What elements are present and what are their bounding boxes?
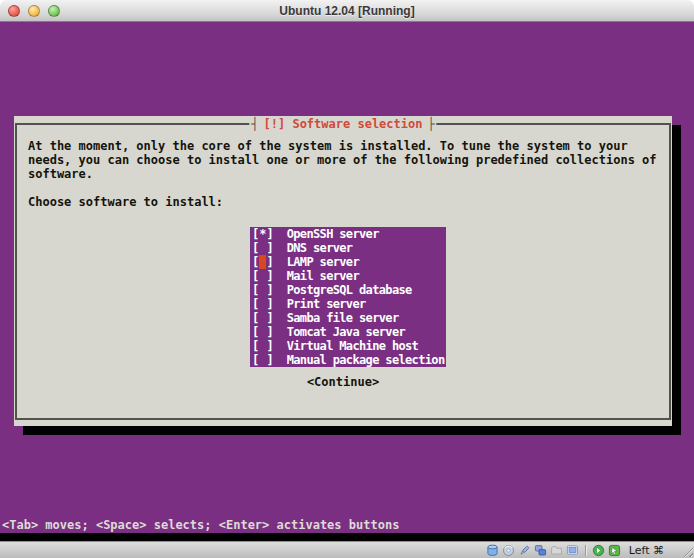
checkbox-cursor bbox=[259, 255, 266, 269]
software-item-openssh-server[interactable]: [*]OpenSSH server bbox=[252, 227, 446, 241]
software-selection-dialog: ┤[!] Software selection├ At the moment, … bbox=[14, 116, 672, 426]
software-item-postgresql-database[interactable]: [ ]PostgreSQL database bbox=[252, 283, 446, 297]
vbox-status-bar: Left ⌘ bbox=[0, 541, 694, 558]
window-titlebar[interactable]: Ubuntu 12.04 [Running] bbox=[0, 0, 694, 22]
status-separator bbox=[585, 545, 586, 556]
virtualization-icon[interactable] bbox=[592, 544, 605, 557]
dialog-title-text: [!] Software selection bbox=[259, 117, 428, 131]
software-item-label: OpenSSH server bbox=[287, 227, 379, 241]
software-checklist[interactable]: [*]OpenSSH server[ ]DNS server[ ]LAMP se… bbox=[250, 227, 446, 367]
software-item-tomcat-java-server[interactable]: [ ]Tomcat Java server bbox=[252, 325, 446, 339]
hard-disk-icon[interactable] bbox=[486, 544, 499, 557]
shared-folders-icon[interactable] bbox=[550, 544, 563, 557]
checkbox-mark bbox=[259, 241, 266, 255]
display-icon[interactable] bbox=[566, 544, 579, 557]
letterbox-strip bbox=[0, 533, 694, 541]
dialog-description: At the moment, only the core of the syst… bbox=[28, 139, 657, 181]
software-item-print-server[interactable]: [ ]Print server bbox=[252, 297, 446, 311]
usb-icon[interactable] bbox=[518, 544, 531, 557]
software-item-lamp-server[interactable]: [ ]LAMP server bbox=[252, 255, 446, 269]
software-item-label: Tomcat Java server bbox=[287, 325, 405, 339]
software-item-virtual-machine-host[interactable]: [ ]Virtual Machine host bbox=[252, 339, 446, 353]
checkbox-mark bbox=[259, 325, 266, 339]
checkbox-mark bbox=[259, 283, 266, 297]
checkbox-mark bbox=[259, 297, 266, 311]
dialog-title: ┤[!] Software selection├ bbox=[249, 117, 436, 131]
software-item-mail-server[interactable]: [ ]Mail server bbox=[252, 269, 446, 283]
network-icon[interactable] bbox=[534, 544, 547, 557]
resize-grip[interactable] bbox=[681, 545, 693, 557]
virtualbox-window: Ubuntu 12.04 [Running] ┤[!] Software sel… bbox=[0, 0, 694, 558]
software-item-label: Samba file server bbox=[287, 311, 399, 325]
help-line: <Tab> moves; <Space> selects; <Enter> ac… bbox=[2, 518, 399, 532]
software-item-samba-file-server[interactable]: [ ]Samba file server bbox=[252, 311, 446, 325]
software-item-label: LAMP server bbox=[287, 255, 359, 269]
software-item-dns-server[interactable]: [ ]DNS server bbox=[252, 241, 446, 255]
software-item-label: DNS server bbox=[287, 241, 353, 255]
software-item-label: Manual package selection bbox=[287, 353, 445, 367]
checkbox-mark: * bbox=[259, 227, 266, 241]
software-item-manual-package-selection[interactable]: [ ]Manual package selection bbox=[252, 353, 446, 367]
software-item-label: Print server bbox=[287, 297, 366, 311]
vm-screen[interactable]: ┤[!] Software selection├ At the moment, … bbox=[0, 22, 694, 533]
dialog-prompt: Choose software to install: bbox=[28, 195, 223, 209]
optical-disc-icon[interactable] bbox=[502, 544, 515, 557]
software-item-label: Virtual Machine host bbox=[287, 339, 419, 353]
software-item-label: PostgreSQL database bbox=[287, 283, 412, 297]
checkbox-mark bbox=[259, 339, 266, 353]
host-key-label: Left ⌘ bbox=[629, 544, 664, 557]
software-item-label: Mail server bbox=[287, 269, 359, 283]
checkbox-mark bbox=[259, 269, 266, 283]
border-junction-right: ├ bbox=[427, 117, 434, 131]
checkbox-mark bbox=[259, 353, 266, 367]
window-title: Ubuntu 12.04 [Running] bbox=[0, 0, 694, 22]
device-indicators: Left ⌘ bbox=[486, 542, 664, 558]
checkbox-mark bbox=[259, 311, 266, 325]
mouse-integration-icon[interactable] bbox=[608, 544, 621, 557]
continue-button[interactable]: <Continue> bbox=[307, 375, 379, 389]
